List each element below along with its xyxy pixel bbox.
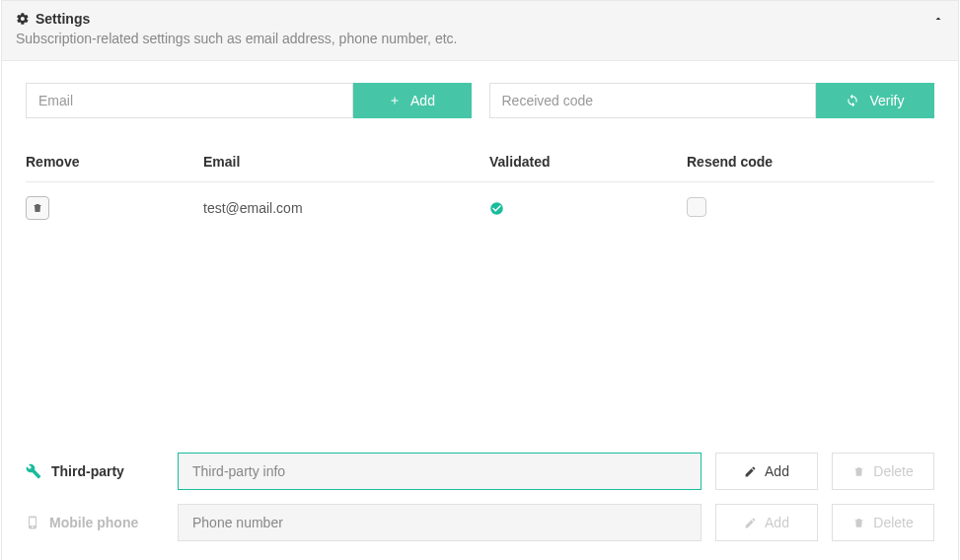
col-remove-header: Remove <box>26 144 203 182</box>
refresh-icon <box>846 94 859 107</box>
col-email-header: Email <box>203 144 489 182</box>
check-circle-icon <box>489 201 504 216</box>
panel-body: Add Verify Remove Email <box>2 61 958 560</box>
gear-icon <box>16 12 30 26</box>
pencil-icon <box>744 465 757 478</box>
verify-label: Verify <box>869 93 904 108</box>
verify-button[interactable]: Verify <box>816 83 934 118</box>
third-party-label-group: Third-party <box>26 463 164 479</box>
wrench-icon <box>26 463 41 479</box>
third-party-add-button[interactable]: Add <box>715 453 818 490</box>
resend-code-button[interactable] <box>687 197 706 217</box>
third-party-delete-label: Delete <box>873 463 913 479</box>
mobile-delete-label: Delete <box>873 515 913 530</box>
pencil-icon <box>744 517 757 529</box>
mobile-label: Mobile phone <box>49 515 138 530</box>
mobile-add-button[interactable]: Add <box>715 504 818 541</box>
third-party-input[interactable] <box>178 453 702 490</box>
settings-panel: Settings Subscription-related settings s… <box>1 0 959 560</box>
email-table: Remove Email Validated Resend code test <box>26 144 934 234</box>
col-resend-header: Resend code <box>687 144 934 182</box>
mobile-add-label: Add <box>765 515 789 530</box>
code-input[interactable] <box>489 83 817 118</box>
validated-icon <box>489 201 687 216</box>
third-party-label: Third-party <box>51 463 124 479</box>
code-input-group: Verify <box>489 83 935 118</box>
mobile-input[interactable] <box>178 504 702 541</box>
third-party-row: Third-party Add Delete <box>26 453 934 490</box>
trash-icon <box>852 517 865 529</box>
remove-email-button[interactable] <box>26 196 49 220</box>
panel-title: Settings <box>36 11 90 27</box>
third-party-delete-button[interactable]: Delete <box>832 453 934 490</box>
email-cell: test@email.com <box>203 182 489 235</box>
bottom-section: Third-party Add Delete <box>26 453 934 541</box>
table-row: test@email.com <box>26 182 934 235</box>
col-validated-header: Validated <box>489 144 687 182</box>
panel-subtitle: Subscription-related settings such as em… <box>16 31 944 46</box>
trash-icon <box>852 465 865 478</box>
mobile-label-group: Mobile phone <box>26 515 164 530</box>
email-input[interactable] <box>26 83 353 118</box>
collapse-toggle[interactable] <box>932 13 944 25</box>
mobile-delete-button[interactable]: Delete <box>832 504 934 541</box>
mobile-row: Mobile phone Add Delete <box>26 504 934 541</box>
panel-header: Settings Subscription-related settings s… <box>2 1 958 61</box>
mobile-icon <box>26 515 39 530</box>
caret-up-icon <box>932 13 944 25</box>
email-input-group: Add <box>26 83 472 118</box>
trash-icon <box>32 202 43 214</box>
add-email-button[interactable]: Add <box>353 83 472 118</box>
third-party-add-label: Add <box>765 463 789 479</box>
email-verify-row: Add Verify <box>26 83 934 118</box>
add-email-label: Add <box>410 93 435 108</box>
plus-icon <box>389 95 401 106</box>
